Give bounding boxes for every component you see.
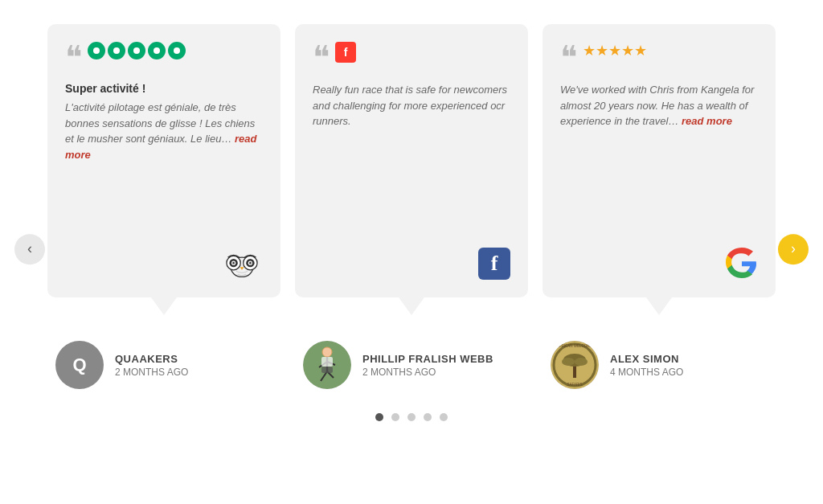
card-header-3: ❝ ★★★★★ — [560, 42, 758, 77]
tripadvisor-rating — [88, 42, 186, 59]
tripadvisor-icon — [221, 248, 263, 280]
facebook-icon: f — [478, 248, 510, 280]
svg-point-23 — [575, 358, 588, 366]
card-title-1: Super activité ! — [65, 82, 263, 95]
review-card-3: ❝ ★★★★★ We've worked with Chris from Kan… — [543, 24, 776, 389]
platform-icon-area-3 — [560, 248, 758, 280]
svg-text:SAFARIS: SAFARIS — [567, 383, 582, 387]
card-header-2: ❝ f — [313, 42, 510, 77]
reviewer-info-2: PHILLIP FRALISH WEBB 2 MONTHS AGO — [362, 353, 493, 378]
quote-mark-2: ❝ — [313, 42, 330, 74]
reviewer-name-1: QUAAKERS — [115, 353, 188, 365]
svg-point-22 — [562, 358, 575, 366]
svg-rect-17 — [321, 367, 333, 373]
card-text-2: Really fun race that is safe for newcome… — [313, 82, 510, 236]
card-bubble-2: ❝ f Really fun race that is safe for new… — [295, 24, 528, 297]
avatar-person-svg — [303, 341, 351, 389]
read-more-3[interactable]: read more — [682, 115, 732, 127]
reviewer-time-3: 4 MONTHS AGO — [610, 367, 683, 378]
card-bubble-1: ❝ Super activité ! L'activité pilotage e… — [47, 24, 280, 297]
reviewer-avatar-2 — [303, 341, 351, 389]
svg-rect-20 — [573, 365, 576, 378]
avatar-initials-1: Q — [55, 341, 104, 389]
chevron-right-icon: › — [791, 240, 796, 257]
svg-point-8 — [249, 262, 252, 264]
ta-bubble-1 — [88, 42, 105, 59]
cards-container: ❝ Super activité ! L'activité pilotage e… — [0, 24, 823, 389]
card-body-text-1: L'activité pilotage est géniale, de très… — [65, 101, 255, 145]
reviewer-row-3: AFRICAN WELCOME SAFARIS ALEX SIMON 4 MON… — [543, 341, 776, 389]
review-card-1: ❝ Super activité ! L'activité pilotage e… — [47, 24, 280, 389]
card-body-text-2: Really fun race that is safe for newcome… — [313, 84, 507, 127]
pagination-dots — [375, 413, 448, 421]
ta-bubble-2 — [108, 42, 125, 59]
ta-bubble-4 — [148, 42, 166, 59]
svg-text:AFRICAN WELCOME: AFRICAN WELCOME — [557, 344, 592, 348]
quote-mark-1: ❝ — [65, 42, 83, 74]
facebook-badge: f — [335, 42, 356, 63]
svg-point-5 — [232, 262, 235, 264]
quote-mark-3: ❝ — [560, 42, 578, 74]
card-header-1: ❝ — [65, 42, 263, 77]
pagination-dot-3[interactable] — [424, 413, 432, 421]
cards-row: ❝ Super activité ! L'activité pilotage e… — [0, 24, 823, 389]
reviewer-row-1: Q QUAAKERS 2 MONTHS AGO — [47, 341, 280, 389]
reviewer-name-2: PHILLIP FRALISH WEBB — [362, 353, 493, 365]
reviewer-avatar-1: Q — [55, 341, 104, 389]
star-rating: ★★★★★ — [583, 42, 647, 59]
google-icon — [726, 248, 758, 280]
google-g-svg — [726, 248, 758, 280]
reviewer-time-2: 2 MONTHS AGO — [362, 367, 493, 378]
pagination-dot-4[interactable] — [440, 413, 448, 421]
ta-bubble-3 — [128, 42, 145, 59]
next-arrow[interactable]: › — [778, 234, 809, 264]
pagination-dot-2[interactable] — [407, 413, 416, 421]
pagination-dot-0[interactable] — [375, 413, 383, 421]
card-bubble-3: ❝ ★★★★★ We've worked with Chris from Kan… — [543, 24, 776, 297]
prev-arrow[interactable]: ‹ — [14, 234, 45, 264]
reviewer-time-1: 2 MONTHS AGO — [115, 367, 188, 378]
svg-rect-16 — [321, 357, 333, 367]
reviewer-name-3: ALEX SIMON — [610, 353, 683, 365]
avatar-logo-svg: AFRICAN WELCOME SAFARIS — [551, 341, 599, 389]
svg-point-10 — [322, 347, 332, 357]
reviewer-avatar-3: AFRICAN WELCOME SAFARIS — [551, 341, 599, 389]
reviewer-info-1: QUAAKERS 2 MONTHS AGO — [115, 353, 188, 378]
platform-icon-area-1 — [65, 248, 263, 280]
card-text-3: We've worked with Chris from Kangela for… — [560, 82, 758, 236]
ta-bubble-5 — [168, 42, 186, 59]
platform-icon-area-2: f — [313, 248, 510, 280]
card-text-1: L'activité pilotage est géniale, de très… — [65, 100, 263, 236]
pagination-dot-1[interactable] — [391, 413, 399, 421]
reviewer-row-2: PHILLIP FRALISH WEBB 2 MONTHS AGO — [295, 341, 528, 389]
reviewer-info-3: ALEX SIMON 4 MONTHS AGO — [610, 353, 683, 378]
reviews-carousel: ‹ › ❝ — [0, 0, 823, 504]
review-card-2: ❝ f Really fun race that is safe for new… — [295, 24, 528, 389]
chevron-left-icon: ‹ — [27, 240, 32, 257]
